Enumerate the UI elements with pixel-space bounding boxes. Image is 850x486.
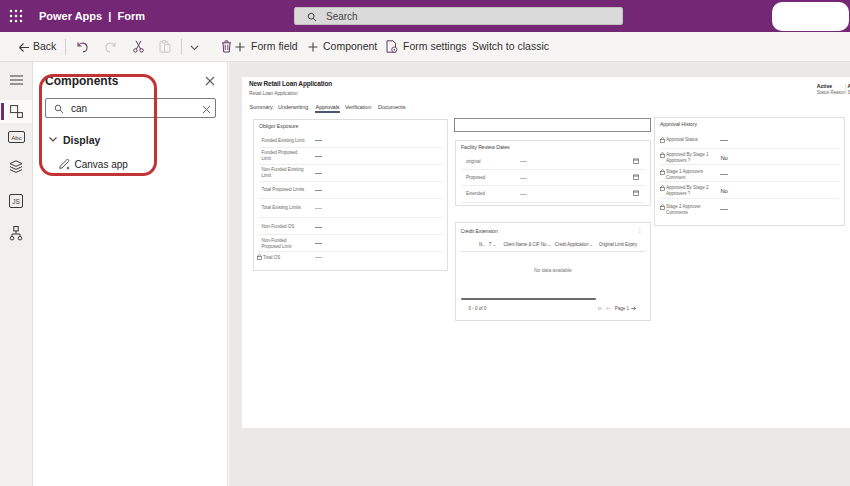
svg-text:JS: JS: [12, 198, 20, 205]
svg-text:Abc: Abc: [11, 134, 22, 141]
